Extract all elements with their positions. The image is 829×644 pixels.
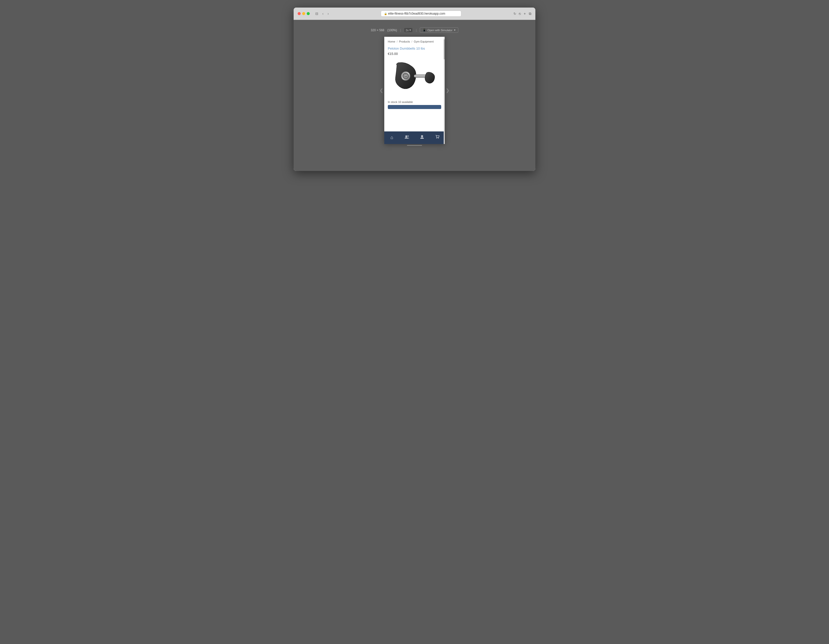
- separator-1: |: [400, 28, 401, 32]
- scrollbar-thumb: [444, 39, 445, 60]
- tab-overview-button[interactable]: ⧉: [529, 12, 531, 16]
- add-to-cart-button[interactable]: [388, 105, 441, 109]
- new-tab-button[interactable]: +: [524, 12, 526, 16]
- svg-text:lbs: lbs: [405, 73, 407, 75]
- close-button[interactable]: [298, 12, 301, 15]
- phone-content: Home / Products / Gym Equipment Peloton …: [384, 37, 445, 131]
- svg-text:10: 10: [405, 75, 407, 77]
- separator-2: |: [416, 28, 416, 32]
- scroll-indicator: [407, 145, 422, 146]
- users-icon: [405, 135, 409, 140]
- chevron-right-icon: ❯: [446, 88, 449, 93]
- nav-profile-item[interactable]: [414, 135, 430, 140]
- home-icon: ⌂: [391, 135, 393, 140]
- breadcrumb: Home / Products / Gym Equipment: [384, 37, 445, 46]
- nav-cart-item[interactable]: [430, 135, 445, 140]
- nav-users-item[interactable]: [399, 135, 414, 140]
- browser-titlebar: ⊟ ‹ › 🔒 elite-fitness-f6b7c0ead930.herok…: [294, 8, 535, 20]
- back-button[interactable]: ‹: [322, 11, 325, 16]
- zoom-selector[interactable]: 2x ▾: [404, 28, 413, 33]
- breadcrumb-sep-2: /: [411, 40, 412, 43]
- open-with-simulator-button[interactable]: 📱 Open with Simulator ▾: [420, 27, 458, 33]
- simulator-icon: 📱: [422, 28, 426, 32]
- zoom-label: (100%): [387, 28, 397, 32]
- right-scroll-arrow[interactable]: ❯: [445, 37, 451, 144]
- product-title: Peloton Dumbbells 10 lbs: [384, 46, 445, 51]
- simulator-label: Open with Simulator: [427, 29, 452, 32]
- browser-window: ⊟ ‹ › 🔒 elite-fitness-f6b7c0ead930.herok…: [294, 8, 535, 171]
- chevron-down-icon-2: ▾: [454, 28, 455, 32]
- dumbbell-illustration: 10 lbs: [392, 59, 437, 97]
- product-image: 10 lbs: [384, 58, 445, 98]
- reload-button[interactable]: ↻: [514, 12, 516, 16]
- zoom-value: 2x: [406, 29, 409, 32]
- in-stock-text: In stock 10 available: [384, 98, 445, 105]
- responsive-bar: 320 × 568 (100%) | 2x ▾ | 📱 Open with Si…: [371, 27, 458, 33]
- product-price: €15.00: [384, 51, 445, 58]
- svg-point-6: [407, 135, 409, 137]
- chevron-down-icon: ▾: [410, 28, 411, 32]
- sidebar-toggle-button[interactable]: ⊟: [314, 11, 319, 16]
- svg-point-8: [437, 138, 437, 139]
- url-text: elite-fitness-f6b7c0ead930.herokuapp.com: [388, 12, 445, 15]
- bottom-navigation: ⌂: [384, 131, 445, 144]
- breadcrumb-home[interactable]: Home: [388, 40, 395, 43]
- maximize-button[interactable]: [307, 12, 310, 15]
- breadcrumb-sep-1: /: [397, 40, 397, 43]
- phone-container: ❮ Home / Products / Gym Equipment: [378, 37, 451, 144]
- traffic-lights: [298, 12, 310, 15]
- breadcrumb-category[interactable]: Gym Equipment: [414, 40, 433, 43]
- chevron-left-icon: ❮: [380, 88, 383, 93]
- forward-button[interactable]: ›: [326, 11, 330, 16]
- profile-icon: [420, 135, 424, 140]
- cart-icon: [435, 135, 440, 140]
- lock-icon: 🔒: [384, 13, 387, 15]
- svg-point-9: [438, 138, 439, 139]
- address-bar[interactable]: 🔒 elite-fitness-f6b7c0ead930.herokuapp.c…: [381, 11, 461, 17]
- navigation-controls: ⊟ ‹ ›: [314, 11, 329, 16]
- breadcrumb-products[interactable]: Products: [399, 40, 410, 43]
- phone-scrollbar[interactable]: [444, 37, 445, 144]
- dimensions-label: 320 × 568: [371, 28, 384, 32]
- share-button[interactable]: ⎋: [519, 12, 521, 16]
- address-bar-container: 🔒 elite-fitness-f6b7c0ead930.herokuapp.c…: [332, 11, 510, 17]
- svg-point-7: [421, 135, 423, 137]
- nav-home-item[interactable]: ⌂: [384, 135, 399, 140]
- svg-point-5: [405, 135, 407, 137]
- phone-frame: Home / Products / Gym Equipment Peloton …: [384, 37, 445, 144]
- browser-content: 320 × 568 (100%) | 2x ▾ | 📱 Open with Si…: [294, 20, 535, 171]
- minimize-button[interactable]: [302, 12, 305, 15]
- left-scroll-arrow[interactable]: ❮: [378, 37, 384, 144]
- titlebar-right-controls: ⎋ + ⧉: [519, 12, 531, 16]
